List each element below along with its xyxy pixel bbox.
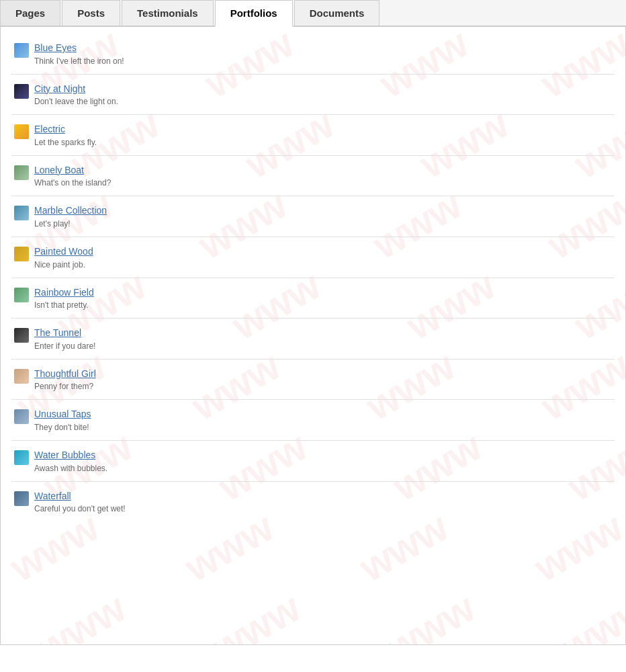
app-container: PagesPostsTestimonialsPortfoliosDocument… <box>0 0 626 645</box>
portfolio-content-blue-eyes: Blue EyesThink I've left the iron on! <box>34 42 124 66</box>
portfolio-item-blue-eyes: Blue EyesThink I've left the iron on! <box>11 34 615 75</box>
portfolio-desc-water-bubbles: Awash with bubbles. <box>34 464 107 473</box>
portfolio-desc-thoughtful-girl: Penny for them? <box>34 382 96 391</box>
tab-pages[interactable]: Pages <box>0 0 60 26</box>
portfolio-item-waterfall: WaterfallCareful you don't get wet! <box>11 482 615 522</box>
portfolio-thumb-lonely-boat <box>14 165 29 180</box>
portfolio-title-water-bubbles[interactable]: Water Bubbles <box>34 449 107 462</box>
tab-testimonials[interactable]: Testimonials <box>122 0 214 26</box>
portfolio-title-electric[interactable]: Electric <box>34 123 97 136</box>
portfolio-thumb-unusual-taps <box>14 409 29 424</box>
portfolio-desc-city-at-night: Don't leave the light on. <box>34 97 118 106</box>
portfolio-item-unusual-taps: Unusual TapsThey don't bite! <box>11 400 615 441</box>
watermark-text: www <box>204 585 308 644</box>
portfolio-item-the-tunnel: The TunnelEnter if you dare! <box>11 319 615 360</box>
portfolio-thumb-city-at-night <box>14 84 29 99</box>
portfolio-desc-blue-eyes: Think I've left the iron on! <box>34 56 124 66</box>
watermark-text: www <box>29 585 134 644</box>
portfolio-thumb-the-tunnel <box>14 328 29 343</box>
portfolio-item-water-bubbles: Water BubblesAwash with bubbles. <box>11 441 615 482</box>
portfolio-thumb-electric <box>14 124 29 139</box>
portfolio-item-thoughtful-girl: Thoughtful GirlPenny for them? <box>11 360 615 401</box>
portfolio-title-unusual-taps[interactable]: Unusual Taps <box>34 408 91 421</box>
portfolio-title-blue-eyes[interactable]: Blue Eyes <box>34 42 124 55</box>
portfolio-thumb-rainbow-field <box>14 288 29 302</box>
portfolio-title-painted-wood[interactable]: Painted Wood <box>34 245 93 259</box>
portfolio-content-thoughtful-girl: Thoughtful GirlPenny for them? <box>34 368 96 392</box>
portfolio-title-marble[interactable]: Marble Collection <box>34 204 107 218</box>
portfolio-desc-the-tunnel: Enter if you dare! <box>34 341 95 351</box>
portfolio-item-lonely-boat: Lonely BoatWhat's on the island? <box>11 156 615 197</box>
portfolio-thumb-water-bubbles <box>14 450 29 465</box>
portfolio-title-lonely-boat[interactable]: Lonely Boat <box>34 164 111 177</box>
portfolio-thumb-marble <box>14 206 29 220</box>
portfolio-title-city-at-night[interactable]: City at Night <box>34 83 118 96</box>
portfolio-desc-unusual-taps: They don't bite! <box>34 423 91 432</box>
portfolio-content-city-at-night: City at NightDon't leave the light on. <box>34 83 118 107</box>
content-area: wwwwwwwwwwwwwwwwwwwwwwwwwwwwwwwwwwwwwwww… <box>0 27 626 645</box>
portfolio-item-electric: ElectricLet the sparks fly. <box>11 115 615 156</box>
portfolio-content-unusual-taps: Unusual TapsThey don't bite! <box>34 408 91 432</box>
portfolio-content-marble: Marble CollectionLet's play! <box>34 204 107 228</box>
portfolio-thumb-blue-eyes <box>14 43 29 58</box>
portfolio-content-lonely-boat: Lonely BoatWhat's on the island? <box>34 164 111 188</box>
portfolio-thumb-painted-wood <box>14 247 29 261</box>
portfolio-desc-lonely-boat: What's on the island? <box>34 178 111 187</box>
portfolio-title-rainbow-field[interactable]: Rainbow Field <box>34 286 94 300</box>
portfolio-list: Blue EyesThink I've left the iron on!Cit… <box>1 27 625 528</box>
tab-documents[interactable]: Documents <box>294 0 380 26</box>
portfolio-content-water-bubbles: Water BubblesAwash with bubbles. <box>34 449 107 473</box>
portfolio-content-rainbow-field: Rainbow FieldIsn't that pretty. <box>34 286 94 310</box>
portfolio-item-painted-wood: Painted WoodNice paint job. <box>11 237 615 278</box>
watermark-text: www <box>553 585 625 644</box>
portfolio-desc-electric: Let the sparks fly. <box>34 138 97 147</box>
portfolio-thumb-waterfall <box>14 491 29 506</box>
portfolio-item-city-at-night: City at NightDon't leave the light on. <box>11 75 615 116</box>
portfolio-title-waterfall[interactable]: Waterfall <box>34 490 126 503</box>
portfolio-desc-rainbow-field: Isn't that pretty. <box>34 300 94 310</box>
portfolio-title-thoughtful-girl[interactable]: Thoughtful Girl <box>34 368 96 381</box>
portfolio-thumb-thoughtful-girl <box>14 369 29 384</box>
tab-bar: PagesPostsTestimonialsPortfoliosDocument… <box>0 0 626 27</box>
portfolio-content-waterfall: WaterfallCareful you don't get wet! <box>34 490 126 514</box>
tab-portfolios[interactable]: Portfolios <box>215 0 293 27</box>
portfolio-desc-painted-wood: Nice paint job. <box>34 260 93 269</box>
portfolio-desc-marble: Let's play! <box>34 219 107 228</box>
portfolio-item-rainbow-field: Rainbow FieldIsn't that pretty. <box>11 278 615 319</box>
portfolio-content-the-tunnel: The TunnelEnter if you dare! <box>34 327 95 351</box>
portfolio-content-painted-wood: Painted WoodNice paint job. <box>34 245 93 269</box>
portfolio-title-the-tunnel[interactable]: The Tunnel <box>34 327 95 340</box>
portfolio-item-marble: Marble CollectionLet's play! <box>11 196 615 237</box>
tab-posts[interactable]: Posts <box>62 0 120 26</box>
portfolio-desc-waterfall: Careful you don't get wet! <box>34 504 126 513</box>
watermark-text: www <box>378 585 483 644</box>
portfolio-content-electric: ElectricLet the sparks fly. <box>34 123 97 147</box>
